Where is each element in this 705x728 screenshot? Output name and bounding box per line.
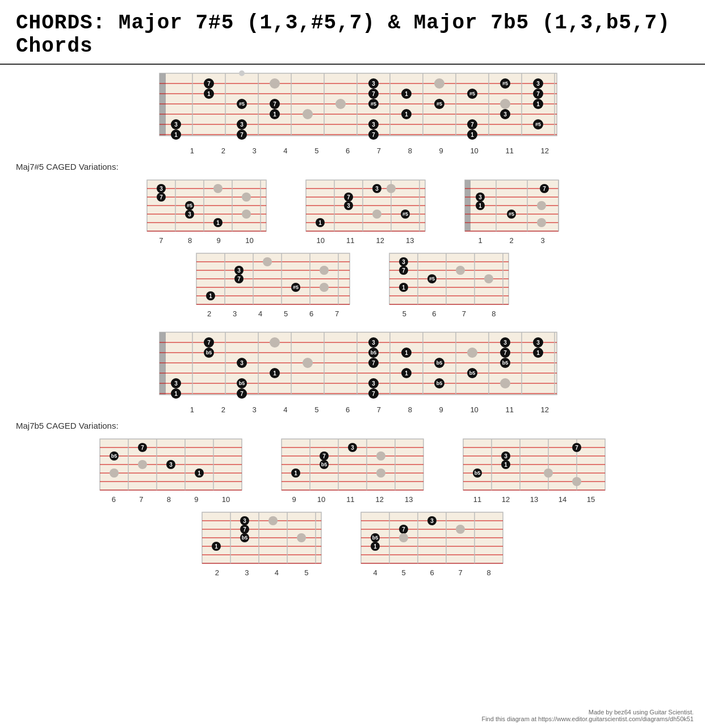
svg-text:3: 3 xyxy=(372,380,375,387)
full-fretboard-maj7b5: 7 b5 3 1 3 b5 7 1 3 b5 7 1 3 xyxy=(0,329,705,414)
svg-text:1: 1 xyxy=(216,220,220,226)
svg-text:3: 3 xyxy=(174,380,178,387)
fretboard-svg-full-maj7b5: 7 b5 3 1 3 b5 7 1 3 b5 7 1 3 xyxy=(131,329,574,403)
svg-text:7: 7 xyxy=(240,391,244,397)
svg-text:7: 7 xyxy=(243,526,246,533)
svg-text:#5: #5 xyxy=(535,122,541,127)
svg-text:3: 3 xyxy=(174,122,178,128)
svg-text:3: 3 xyxy=(372,340,375,346)
svg-text:1: 1 xyxy=(536,101,540,107)
svg-point-324 xyxy=(572,477,581,486)
svg-point-303 xyxy=(376,468,385,478)
svg-text:3: 3 xyxy=(243,518,246,524)
svg-text:1: 1 xyxy=(174,391,178,397)
caged-row-1: 3 7 #5 3 1 7 8 9 10 xyxy=(0,177,705,245)
svg-text:b5: b5 xyxy=(321,462,328,467)
svg-text:7: 7 xyxy=(322,453,326,459)
svg-point-258 xyxy=(270,337,280,348)
svg-text:1: 1 xyxy=(504,462,507,468)
svg-text:7: 7 xyxy=(402,526,405,533)
svg-text:3: 3 xyxy=(240,122,244,128)
svg-text:3: 3 xyxy=(430,518,434,524)
svg-text:7: 7 xyxy=(207,340,211,346)
svg-text:1: 1 xyxy=(405,111,408,118)
svg-text:#5: #5 xyxy=(508,211,514,217)
svg-point-74 xyxy=(270,78,280,89)
svg-text:7: 7 xyxy=(372,391,375,397)
svg-point-344 xyxy=(268,516,278,525)
svg-point-146 xyxy=(537,201,546,210)
maj7b5-label: Maj7b5 CAGED Variations: xyxy=(16,421,689,430)
svg-text:3: 3 xyxy=(479,194,482,200)
chord-diagram-maj7s5-4: 3 7 #5 1 2 3 4 5 6 7 xyxy=(194,250,352,318)
svg-text:b5: b5 xyxy=(111,453,118,459)
svg-text:7: 7 xyxy=(543,186,546,192)
chord-diagram-maj7b5-1: 7 b5 3 1 6 7 8 9 10 xyxy=(97,436,245,504)
svg-rect-2 xyxy=(160,73,166,136)
svg-text:1: 1 xyxy=(198,470,201,476)
svg-text:#5: #5 xyxy=(371,101,376,107)
svg-text:3: 3 xyxy=(237,267,241,274)
svg-point-323 xyxy=(544,468,553,478)
svg-text:1: 1 xyxy=(273,370,276,376)
svg-text:1: 1 xyxy=(209,293,212,299)
svg-text:b5: b5 xyxy=(242,535,248,541)
svg-text:1: 1 xyxy=(405,91,408,97)
maj7s5-label: Maj7#5 CAGED Variations: xyxy=(16,162,689,171)
svg-point-100 xyxy=(213,184,223,193)
svg-text:3: 3 xyxy=(372,81,375,87)
svg-text:#5: #5 xyxy=(502,81,508,86)
svg-point-191 xyxy=(484,274,493,283)
svg-text:3: 3 xyxy=(240,360,244,366)
page-header: CHORDS: Major 7#5 (1,3,#5,7) & Major 7b5… xyxy=(0,0,705,65)
svg-text:3: 3 xyxy=(503,340,507,346)
svg-text:7: 7 xyxy=(273,101,276,107)
svg-rect-192 xyxy=(160,332,557,395)
chord-diagram-maj7s5-3: 7 3 1 #5 1 2 3 xyxy=(462,177,561,245)
svg-text:1: 1 xyxy=(318,220,322,226)
caged-row-maj7b5-2: 3 7 b5 1 2 3 4 5 xyxy=(0,509,705,577)
svg-text:7: 7 xyxy=(347,194,350,200)
svg-text:7: 7 xyxy=(207,81,211,87)
svg-text:1: 1 xyxy=(405,370,408,376)
svg-point-259 xyxy=(303,358,313,368)
svg-text:7: 7 xyxy=(141,445,144,451)
svg-text:1: 1 xyxy=(174,132,178,138)
svg-text:3: 3 xyxy=(536,81,540,87)
svg-text:7: 7 xyxy=(372,91,375,97)
svg-text:b5: b5 xyxy=(437,360,443,366)
svg-point-302 xyxy=(376,451,385,461)
page-title: CHORDS: Major 7#5 (1,3,#5,7) & Major 7b5… xyxy=(16,11,670,58)
svg-point-281 xyxy=(138,460,147,469)
svg-text:b5: b5 xyxy=(437,380,443,386)
svg-point-78 xyxy=(500,99,510,109)
footer-line2: Find this diagram at https://www.editor.… xyxy=(481,716,694,722)
svg-point-365 xyxy=(399,533,408,542)
svg-point-169 xyxy=(320,266,329,275)
full-fretboard-maj7s5: 7 1 #5 3 1 3 7 7 1 3 7 #5 xyxy=(0,70,705,155)
svg-text:#5: #5 xyxy=(239,101,245,107)
svg-text:3: 3 xyxy=(188,211,191,217)
svg-point-261 xyxy=(500,378,510,388)
svg-text:7: 7 xyxy=(503,350,507,356)
svg-text:3: 3 xyxy=(536,340,540,346)
svg-text:b5: b5 xyxy=(371,350,377,355)
svg-text:3: 3 xyxy=(503,111,507,118)
svg-text:1: 1 xyxy=(207,91,211,97)
svg-point-101 xyxy=(242,193,251,202)
svg-text:1: 1 xyxy=(471,132,474,138)
svg-text:7: 7 xyxy=(575,445,578,451)
svg-point-73 xyxy=(239,70,245,76)
svg-point-77 xyxy=(434,78,444,89)
svg-text:3: 3 xyxy=(160,186,163,192)
caged-row-2: 3 7 #5 1 2 3 4 5 6 7 xyxy=(0,250,705,318)
svg-point-366 xyxy=(456,525,465,534)
svg-text:7: 7 xyxy=(240,132,244,138)
svg-text:7: 7 xyxy=(372,132,375,138)
svg-point-119 xyxy=(387,184,396,193)
svg-point-282 xyxy=(110,468,119,478)
svg-text:7: 7 xyxy=(237,276,241,282)
svg-text:b5: b5 xyxy=(372,535,379,541)
svg-point-345 xyxy=(297,533,306,542)
svg-point-190 xyxy=(456,266,465,275)
